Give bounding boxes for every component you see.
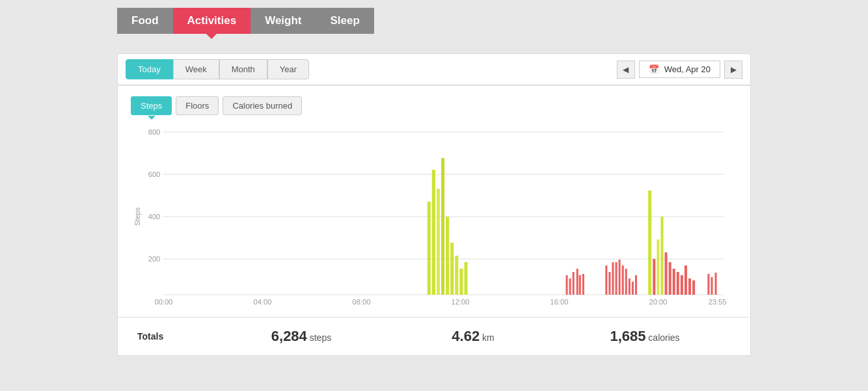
svg-rect-17: [432, 170, 435, 295]
steps-value: 6,284: [271, 328, 307, 344]
svg-rect-25: [566, 275, 568, 295]
svg-rect-18: [437, 189, 440, 295]
svg-rect-36: [622, 265, 624, 295]
svg-rect-38: [629, 278, 631, 295]
chart-svg-wrapper: Steps 800 600 400: [131, 126, 737, 308]
svg-rect-49: [681, 275, 683, 295]
tab-activities[interactable]: Activities: [173, 8, 251, 34]
tab-sleep[interactable]: Sleep: [316, 8, 374, 34]
svg-rect-30: [582, 274, 584, 295]
tab-weight[interactable]: Weight: [251, 8, 316, 34]
period-today[interactable]: Today: [126, 59, 173, 79]
svg-rect-52: [692, 280, 695, 295]
distance-unit: km: [482, 332, 495, 343]
main-content: Today Week Month Year ◀ 📅 Wed, Apr 20 ▶ …: [0, 34, 868, 369]
svg-rect-21: [450, 243, 454, 295]
chart-tab-floors[interactable]: Floors: [176, 96, 219, 115]
date-display: 📅 Wed, Apr 20: [639, 61, 720, 78]
svg-rect-20: [446, 217, 449, 295]
chart-tabs: Steps Floors Calories burned: [131, 96, 737, 115]
totals-steps: 6,284 steps: [215, 328, 387, 345]
svg-text:08:00: 08:00: [352, 298, 370, 306]
svg-rect-47: [673, 269, 675, 295]
totals-label: Totals: [137, 331, 215, 342]
chart-tab-steps[interactable]: Steps: [131, 96, 172, 115]
svg-rect-35: [619, 260, 621, 295]
totals-distance: 4.62 km: [387, 328, 559, 345]
period-tabs: Today Week Month Year: [126, 59, 309, 79]
svg-text:12:00: 12:00: [451, 298, 469, 306]
period-week[interactable]: Week: [173, 59, 219, 79]
svg-rect-39: [632, 282, 634, 295]
distance-value: 4.62: [452, 328, 480, 344]
chart-svg: 800 600 400 200 00:00 04:00 08:00 12:00 …: [144, 126, 737, 308]
svg-text:04:00: 04:00: [253, 298, 271, 306]
svg-rect-46: [669, 262, 671, 295]
svg-rect-40: [635, 275, 637, 295]
chart-container: Steps Floors Calories burned Steps: [117, 85, 751, 317]
totals-bar: Totals 6,284 steps 4.62 km 1,685 calorie…: [117, 317, 751, 356]
svg-rect-28: [576, 269, 578, 295]
svg-rect-24: [464, 262, 467, 295]
svg-rect-43: [657, 239, 659, 295]
chart-inner: 800 600 400 200 00:00 04:00 08:00 12:00 …: [144, 126, 737, 308]
period-selector: Today Week Month Year ◀ 📅 Wed, Apr 20 ▶: [117, 53, 751, 85]
svg-rect-26: [569, 278, 571, 295]
steps-unit: steps: [310, 332, 331, 343]
svg-rect-44: [660, 217, 663, 295]
svg-text:20:00: 20:00: [649, 298, 667, 306]
svg-rect-48: [677, 272, 679, 295]
svg-text:200: 200: [148, 255, 161, 263]
next-date-button[interactable]: ▶: [724, 61, 742, 79]
svg-rect-22: [455, 256, 458, 295]
svg-text:400: 400: [148, 213, 161, 221]
svg-rect-27: [573, 272, 575, 295]
tab-food[interactable]: Food: [117, 8, 173, 34]
svg-text:23:55: 23:55: [709, 298, 727, 306]
svg-text:16:00: 16:00: [550, 298, 568, 306]
top-nav: Food Activities Weight Sleep: [0, 0, 868, 34]
calendar-icon: 📅: [649, 64, 659, 74]
svg-rect-16: [427, 202, 431, 295]
date-nav: ◀ 📅 Wed, Apr 20 ▶: [617, 61, 742, 79]
calories-value: 1,685: [610, 328, 645, 344]
chart-area: Steps 800 600 400: [131, 126, 737, 308]
y-axis-label: Steps: [131, 126, 144, 308]
svg-rect-41: [648, 191, 651, 295]
totals-calories: 1,685 calories: [559, 328, 731, 345]
svg-rect-23: [459, 269, 463, 295]
svg-rect-45: [665, 252, 668, 295]
calories-unit: calories: [648, 332, 679, 343]
svg-rect-19: [441, 158, 444, 295]
svg-rect-32: [608, 272, 610, 295]
svg-rect-31: [605, 265, 607, 295]
svg-rect-42: [653, 259, 655, 295]
svg-rect-29: [579, 275, 581, 295]
period-year[interactable]: Year: [267, 59, 309, 79]
svg-rect-34: [616, 262, 617, 295]
prev-date-button[interactable]: ◀: [617, 61, 635, 79]
svg-rect-54: [711, 277, 712, 295]
svg-text:600: 600: [148, 170, 161, 178]
svg-text:800: 800: [148, 128, 161, 136]
current-date: Wed, Apr 20: [664, 64, 711, 74]
svg-rect-50: [685, 265, 687, 295]
svg-text:00:00: 00:00: [154, 298, 172, 306]
svg-rect-55: [715, 273, 717, 295]
chart-tab-calories[interactable]: Calories burned: [223, 96, 302, 115]
svg-rect-51: [688, 278, 691, 295]
svg-rect-37: [625, 269, 627, 295]
svg-rect-53: [707, 274, 709, 295]
period-month[interactable]: Month: [219, 59, 267, 79]
page-wrapper: Food Activities Weight Sleep Today Week …: [0, 0, 868, 391]
svg-rect-33: [612, 262, 614, 295]
